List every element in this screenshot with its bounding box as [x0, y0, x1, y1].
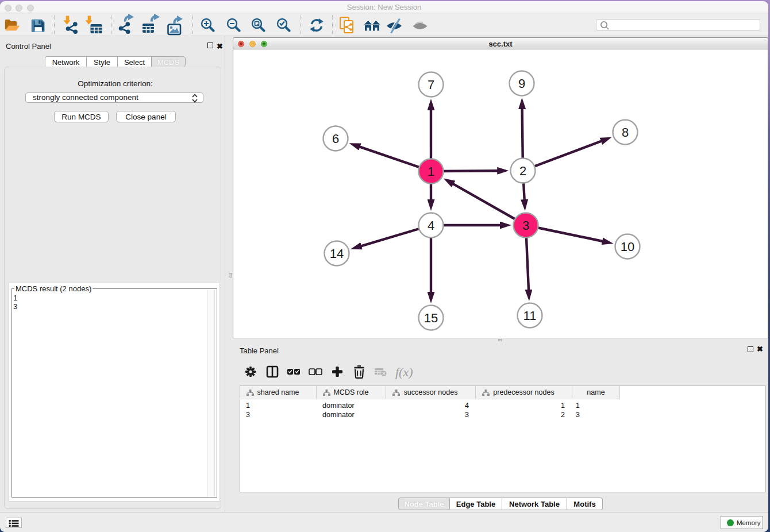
svg-text:11: 11	[523, 309, 537, 323]
svg-text:14: 14	[330, 246, 344, 261]
svg-text:7: 7	[428, 78, 434, 92]
svg-text:2: 2	[519, 164, 526, 178]
svg-text:8: 8	[622, 125, 629, 140]
svg-text:15: 15	[424, 311, 438, 325]
svg-text:1: 1	[428, 164, 434, 179]
svg-text:f(x): f(x)	[395, 365, 413, 379]
svg-text:3: 3	[522, 218, 529, 233]
svg-text:9: 9	[518, 76, 525, 91]
svg-text:4: 4	[428, 218, 434, 233]
svg-text:6: 6	[332, 132, 339, 146]
svg-text:10: 10	[621, 240, 634, 254]
